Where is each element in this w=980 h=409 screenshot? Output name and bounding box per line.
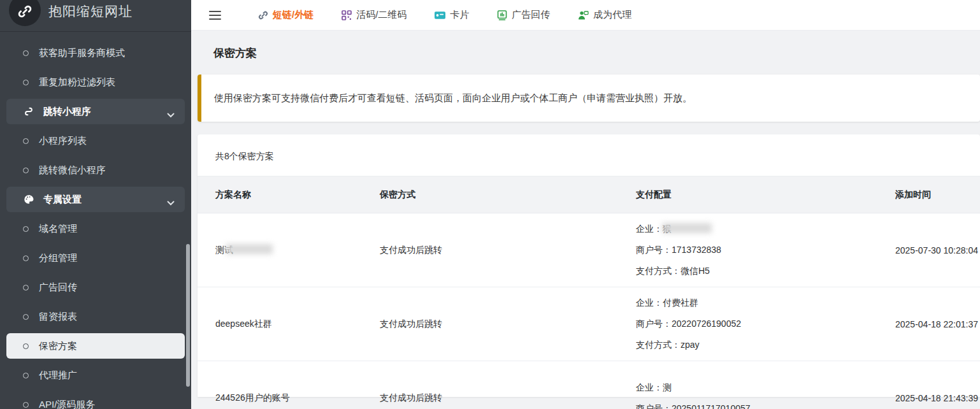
sidebar-item-domain-management[interactable]: 域名管理 (0, 214, 191, 243)
circle-bullet-icon (23, 226, 29, 232)
pay-merchant-line: 商户号：2025011717010057 (636, 398, 895, 409)
pay-merchant-line: 商户号：20220726190052 (636, 313, 895, 334)
sidebar-logo-row: 抱阳缩短网址 (0, 0, 191, 32)
mini-program-link-icon (23, 106, 34, 117)
circle-bullet-icon (23, 255, 29, 261)
sidebar-item-label: 广告回传 (39, 282, 77, 294)
cell-pay-config: 企业：付费社群 商户号：20220726190052 支付方式：zpay (636, 292, 895, 355)
table-row: 244526用户的账号 支付成功后跳转 企业：测 商户号：20250117170… (198, 361, 980, 409)
cell-plan-name: deepseek社群 (215, 319, 380, 330)
sidebar-item-label: 分组管理 (39, 252, 77, 264)
tab-live-qr-code[interactable]: 活码/二维码 (342, 9, 407, 21)
sidebar-item-huoke-assistant[interactable]: 获客助手服务商模式 (0, 38, 191, 68)
sidebar-item-label: API/源码服务 (39, 399, 95, 409)
link-icon (258, 10, 268, 20)
sidebar-item-duplicate-filter[interactable]: 重复加粉过滤列表 (0, 68, 191, 97)
plans-table-card: 共8个保密方案 方案名称 保密方式 支付配置 添加时间 测试 支付成功后跳转 企… (198, 134, 980, 397)
cell-add-time: 2025-04-18 22:01:37 (895, 319, 980, 329)
tab-label: 卡片 (450, 9, 469, 21)
chain-link-icon (17, 4, 32, 26)
sidebar-menu: 获客助手服务商模式 重复加粉过滤列表 跳转小程序 小程序列表 跳转微信小程序 (0, 32, 191, 409)
cell-plan-name: 244526用户的账号 (215, 392, 380, 404)
palette-icon (23, 194, 34, 205)
column-header-method: 保密方式 (380, 189, 636, 201)
page-title-bar: 保密方案 (191, 31, 980, 75)
qr-code-icon (342, 10, 352, 20)
table-row: deepseek社群 支付成功后跳转 企业：付费社群 商户号：202207261… (198, 287, 980, 361)
sidebar-group-exclusive-settings[interactable]: 专属设置 (6, 187, 185, 212)
sidebar-item-ad-callback[interactable]: 广告回传 (0, 273, 191, 302)
cell-plan-name: 测试 (215, 244, 380, 256)
sidebar-group-jump-miniprogram[interactable]: 跳转小程序 (6, 99, 185, 124)
sidebar: 抱阳缩短网址 获客助手服务商模式 重复加粉过滤列表 跳转小程序 小程序列表 (0, 0, 191, 409)
sidebar-item-label: 专属设置 (43, 194, 82, 206)
circle-bullet-icon (23, 373, 29, 378)
sidebar-item-label: 跳转小程序 (43, 106, 91, 118)
tab-card[interactable]: 卡片 (435, 9, 469, 21)
cell-pay-config: 企业：测 商户号：2025011717010057 (636, 377, 895, 409)
circle-bullet-icon (23, 138, 29, 144)
tab-label: 活码/二维码 (356, 9, 407, 21)
column-header-name: 方案名称 (215, 189, 380, 201)
sidebar-item-lead-report[interactable]: 留资报表 (0, 302, 191, 331)
cell-add-time: 2025-07-30 10:28:04 (895, 245, 980, 255)
alert-text: 使用保密方案可支持微信付费后才可查看短链、活码页面，面向企业用户或个体工商户（申… (214, 92, 692, 104)
main-area: 短链/外链 活码/二维码 卡 (191, 0, 980, 409)
table-header-row: 方案名称 保密方式 支付配置 添加时间 (198, 176, 980, 213)
sidebar-item-agent-promotion[interactable]: 代理推广 (0, 361, 191, 390)
redacted-text (226, 244, 273, 254)
sidebar-item-group-management[interactable]: 分组管理 (0, 243, 191, 273)
sidebar-item-label: 重复加粉过滤列表 (39, 76, 115, 89)
sidebar-item-label: 保密方案 (39, 340, 77, 352)
plan-count: 共8个保密方案 (198, 134, 980, 176)
circle-bullet-icon (23, 285, 29, 291)
tab-label: 短链/外链 (273, 9, 313, 21)
sidebar-item-label: 小程序列表 (39, 135, 87, 147)
app-logo (9, 0, 41, 26)
pay-method-line: 支付方式：zpay (636, 334, 895, 355)
pay-company-line: 企业：测 (636, 377, 895, 398)
table-row: 测试 支付成功后跳转 企业：猴 商户号：1713732838 支付方式：微信H5… (198, 213, 980, 287)
app-title: 抱阳缩短网址 (48, 3, 133, 20)
cell-secrecy-method: 支付成功后跳转 (380, 245, 636, 256)
circle-bullet-icon (23, 168, 29, 173)
sidebar-item-jump-wechat-miniprogram[interactable]: 跳转微信小程序 (0, 155, 191, 185)
pay-company-line: 企业：付费社群 (636, 292, 895, 313)
info-alert: 使用保密方案可支持微信付费后才可查看短链、活码页面，面向企业用户或个体工商户（申… (198, 75, 980, 122)
chevron-down-icon (167, 197, 175, 208)
sidebar-item-secrecy-plan[interactable]: 保密方案 (6, 333, 185, 359)
column-header-add-time: 添加时间 (895, 189, 980, 201)
tab-ad-callback[interactable]: 广告回传 (497, 9, 550, 21)
sidebar-item-label: 获客助手服务商模式 (39, 47, 125, 59)
pay-method-line: 支付方式：微信H5 (636, 261, 895, 282)
agent-icon (578, 10, 589, 20)
tab-short-link[interactable]: 短链/外链 (258, 9, 313, 21)
top-navigation: 短链/外链 活码/二维码 卡 (191, 0, 980, 31)
tab-label: 成为代理 (593, 9, 631, 21)
page-title: 保密方案 (213, 46, 980, 61)
circle-bullet-icon (23, 50, 29, 56)
column-header-pay-config: 支付配置 (636, 189, 895, 201)
chevron-down-icon (167, 109, 175, 120)
circle-bullet-icon (23, 402, 29, 408)
circle-bullet-icon (23, 80, 29, 85)
cell-secrecy-method: 支付成功后跳转 (380, 319, 636, 330)
sidebar-item-label: 代理推广 (39, 370, 77, 382)
cell-add-time: 2025-04-18 21:43:39 (895, 393, 980, 403)
sidebar-item-miniprogram-list[interactable]: 小程序列表 (0, 126, 191, 155)
hamburger-menu-icon[interactable] (209, 8, 221, 22)
sidebar-item-api-source-service[interactable]: API/源码服务 (0, 390, 191, 409)
tab-label: 广告回传 (512, 9, 550, 21)
sidebar-item-label: 留资报表 (39, 311, 77, 323)
sidebar-item-label: 域名管理 (39, 223, 77, 235)
sidebar-item-label: 跳转微信小程序 (39, 164, 106, 176)
circle-bullet-icon (23, 343, 29, 349)
tab-become-agent[interactable]: 成为代理 (578, 9, 631, 21)
pay-company-line: 企业：猴 (636, 219, 895, 240)
ad-callback-icon (497, 10, 507, 20)
sidebar-scrollbar-thumb[interactable] (186, 244, 190, 387)
cell-secrecy-method: 支付成功后跳转 (380, 392, 636, 404)
pay-merchant-line: 商户号：1713732838 (636, 240, 895, 261)
card-icon (435, 11, 445, 20)
cell-pay-config: 企业：猴 商户号：1713732838 支付方式：微信H5 (636, 219, 895, 282)
